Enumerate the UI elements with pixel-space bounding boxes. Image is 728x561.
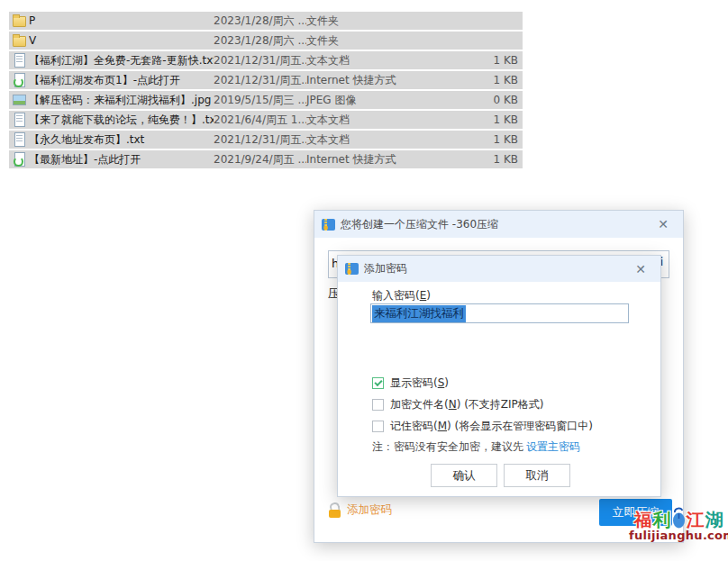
file-row[interactable]: 【福利江湖发布页1】-点此打开 2021/12/31/周五... Interne…	[9, 71, 523, 89]
logo-domain-text: fulijianghu.com	[629, 529, 728, 542]
password-field-label: 输入密码(E)	[372, 288, 431, 303]
file-date: 2021/12/31/周五...	[214, 53, 306, 68]
file-size: 1 KB	[453, 113, 523, 126]
label-text: )	[426, 289, 431, 302]
mnemonic: N	[449, 398, 457, 411]
file-type: 文件夹	[306, 33, 453, 49]
encrypt-filename-checkbox-row[interactable]: 加密文件名(N) (不支持ZIP格式)	[372, 397, 544, 412]
label-text: ) (将会显示在管理密码窗口中)	[447, 420, 593, 432]
file-date: 2019/5/15/周三 ...	[214, 93, 306, 108]
file-date: 2023/1/28/周六 ...	[214, 14, 306, 29]
close-icon[interactable]: ✕	[651, 211, 676, 238]
file-type: 文本文档	[306, 132, 453, 148]
file-size: 1 KB	[453, 54, 523, 67]
file-name: V	[29, 34, 214, 47]
file-type: 文件夹	[306, 14, 453, 29]
file-row[interactable]: 【永久地址发布页】.txt 2021/12/31/周五... 文本文档 1 KB	[9, 131, 523, 149]
cancel-button[interactable]: 取消	[504, 464, 570, 487]
checkbox-label: 显示密码(S)	[390, 376, 449, 391]
add-password-link[interactable]: 添加密码	[329, 501, 392, 519]
label-text: 记住密码(	[390, 420, 438, 432]
checkbox-label: 加密文件名(N) (不支持ZIP格式)	[390, 397, 544, 412]
file-name: 【来了就能下载的论坛，纯免费！】.txt	[29, 113, 214, 128]
add-password-link-label: 添加密码	[347, 502, 392, 518]
logo-char: 江	[687, 511, 705, 529]
file-name: 【福利江湖】全免费-无套路-更新快.txt	[29, 53, 214, 68]
note-text: 注：密码没有安全加密，建议先	[372, 440, 523, 453]
file-list: P 2023/1/28/周六 ... 文件夹 V 2023/1/28/周六 ..…	[9, 12, 523, 170]
lock-icon	[329, 502, 341, 518]
file-date: 2021/9/24/周五 ...	[214, 152, 306, 167]
folder-icon	[13, 14, 27, 28]
file-row[interactable]: P 2023/1/28/周六 ... 文件夹	[9, 12, 523, 30]
file-size: 0 KB	[453, 94, 523, 106]
internet-shortcut-icon	[13, 152, 27, 167]
image-file-icon	[13, 93, 27, 107]
remember-password-checkbox-row[interactable]: 记住密码(M) (将会显示在管理密码窗口中)	[372, 419, 593, 433]
file-size: 1 KB	[453, 74, 523, 86]
text-file-icon	[13, 113, 27, 127]
compress-app-icon	[322, 219, 335, 231]
file-name: P	[29, 14, 214, 27]
checkbox-unchecked-icon[interactable]	[372, 399, 384, 411]
label-text: 加密文件名(	[390, 398, 449, 411]
file-type: Internet 快捷方式	[306, 73, 453, 88]
internet-shortcut-icon	[13, 73, 27, 87]
file-type: JPEG 图像	[306, 93, 453, 108]
text-file-icon	[13, 132, 27, 147]
label-text: 显示密码(	[390, 376, 438, 389]
file-row[interactable]: 【解压密码：来福利江湖找福利】.jpg 2019/5/15/周三 ... JPE…	[9, 91, 523, 109]
file-type: 文本文档	[306, 113, 453, 128]
password-input[interactable]: 来福利江湖找福利	[370, 303, 629, 323]
file-date: 2021/12/31/周五...	[214, 73, 306, 88]
file-date: 2021/12/31/周五...	[214, 132, 306, 148]
checkbox-checked-icon[interactable]	[372, 377, 384, 389]
logo-char: 福	[634, 511, 652, 529]
label-text: ) (不支持ZIP格式)	[457, 398, 544, 411]
add-password-dialog: 添加密码 ✕ 输入密码(E) 来福利江湖找福利 显示密码(S) 加密文件名(N)…	[337, 255, 661, 497]
file-row[interactable]: 【来了就能下载的论坛，纯免费！】.txt 2021/6/4/周五 1... 文本…	[9, 111, 523, 129]
file-row[interactable]: 【福利江湖】全免费-无套路-更新快.txt 2021/12/31/周五... 文…	[9, 51, 523, 69]
close-icon[interactable]: ✕	[628, 256, 653, 283]
file-date: 2021/6/4/周五 1...	[214, 113, 306, 128]
logo-char: 湖	[705, 511, 723, 529]
mouse-icon	[672, 507, 686, 529]
file-size: 1 KB	[453, 133, 523, 146]
password-security-note: 注：密码没有安全加密，建议先设置主密码	[372, 439, 580, 455]
file-name: 【永久地址发布页】.txt	[29, 132, 214, 148]
set-master-password-link[interactable]: 设置主密码	[526, 440, 580, 453]
logo-text: 福 利 江 湖	[629, 507, 728, 529]
dialog-title: 您将创建一个压缩文件 -360压缩	[341, 217, 498, 232]
desktop: P 2023/1/28/周六 ... 文件夹 V 2023/1/28/周六 ..…	[0, 0, 728, 561]
file-date: 2023/1/28/周六 ...	[214, 33, 306, 49]
file-row[interactable]: V 2023/1/28/周六 ... 文件夹	[9, 32, 523, 50]
file-name: 【解压密码：来福利江湖找福利】.jpg	[29, 93, 214, 108]
logo-char: 利	[653, 511, 671, 529]
label-text: 输入密码(	[372, 289, 420, 302]
file-name: 【福利江湖发布页1】-点此打开	[29, 73, 214, 88]
label-text: )	[444, 376, 449, 389]
confirm-button[interactable]: 确认	[431, 464, 497, 487]
text-file-icon	[13, 53, 27, 68]
password-selected-text: 来福利江湖找福利	[372, 305, 466, 322]
fulijianghu-watermark: 福 利 江 湖 fulijianghu.com	[629, 507, 728, 542]
compress-app-icon	[345, 263, 359, 275]
mnemonic: M	[438, 420, 447, 432]
file-row[interactable]: 【最新地址】-点此打开 2021/9/24/周五 ... Internet 快捷…	[9, 150, 523, 168]
file-size: 1 KB	[453, 153, 523, 166]
folder-icon	[13, 33, 27, 48]
password-dialog-titlebar: 添加密码 ✕	[338, 256, 660, 282]
show-password-checkbox-row[interactable]: 显示密码(S)	[372, 376, 449, 390]
checkbox-label: 记住密码(M) (将会显示在管理密码窗口中)	[390, 419, 593, 434]
checkbox-unchecked-icon[interactable]	[372, 421, 384, 432]
dialog-title: 添加密码	[364, 261, 407, 276]
file-name: 【最新地址】-点此打开	[29, 152, 214, 167]
file-type: Internet 快捷方式	[306, 152, 453, 167]
compress-dialog-titlebar: 您将创建一个压缩文件 -360压缩 ✕	[314, 211, 683, 238]
file-type: 文本文档	[306, 53, 453, 68]
